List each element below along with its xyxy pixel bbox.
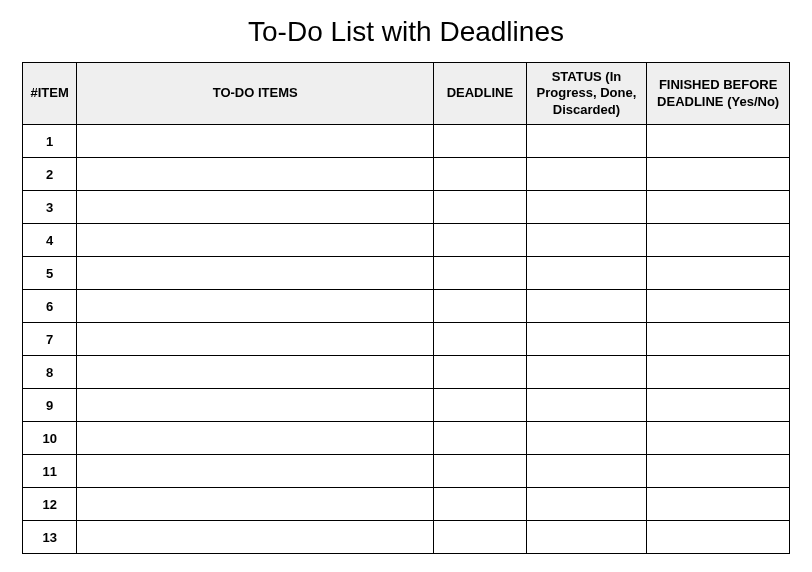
cell-deadline	[434, 521, 526, 554]
table-row: 6	[23, 290, 790, 323]
table-row: 13	[23, 521, 790, 554]
cell-finished	[647, 323, 790, 356]
cell-finished	[647, 290, 790, 323]
cell-status	[526, 422, 647, 455]
table-row: 12	[23, 488, 790, 521]
table-row: 9	[23, 389, 790, 422]
cell-deadline	[434, 290, 526, 323]
table-row: 8	[23, 356, 790, 389]
cell-status	[526, 521, 647, 554]
table-row: 11	[23, 455, 790, 488]
cell-status	[526, 257, 647, 290]
cell-finished	[647, 224, 790, 257]
cell-item-num: 10	[23, 422, 77, 455]
cell-finished	[647, 356, 790, 389]
cell-finished	[647, 125, 790, 158]
cell-status	[526, 158, 647, 191]
cell-todo	[77, 125, 434, 158]
header-deadline: DEADLINE	[434, 63, 526, 125]
table-row: 2	[23, 158, 790, 191]
cell-todo	[77, 224, 434, 257]
cell-status	[526, 224, 647, 257]
cell-item-num: 8	[23, 356, 77, 389]
cell-item-num: 12	[23, 488, 77, 521]
cell-status	[526, 125, 647, 158]
cell-deadline	[434, 455, 526, 488]
table-body: 1 2 3 4	[23, 125, 790, 554]
cell-deadline	[434, 389, 526, 422]
cell-deadline	[434, 191, 526, 224]
cell-deadline	[434, 422, 526, 455]
cell-status	[526, 488, 647, 521]
cell-deadline	[434, 125, 526, 158]
table-header-row: #ITEM TO-DO ITEMS DEADLINE STATUS (In Pr…	[23, 63, 790, 125]
cell-item-num: 5	[23, 257, 77, 290]
cell-todo	[77, 521, 434, 554]
cell-todo	[77, 323, 434, 356]
cell-todo	[77, 422, 434, 455]
cell-finished	[647, 455, 790, 488]
cell-item-num: 11	[23, 455, 77, 488]
cell-finished	[647, 389, 790, 422]
cell-todo	[77, 290, 434, 323]
cell-item-num: 3	[23, 191, 77, 224]
cell-finished	[647, 521, 790, 554]
cell-todo	[77, 257, 434, 290]
header-todo: TO-DO ITEMS	[77, 63, 434, 125]
cell-deadline	[434, 224, 526, 257]
cell-item-num: 7	[23, 323, 77, 356]
cell-finished	[647, 422, 790, 455]
cell-finished	[647, 488, 790, 521]
cell-item-num: 13	[23, 521, 77, 554]
cell-deadline	[434, 356, 526, 389]
cell-finished	[647, 158, 790, 191]
table-row: 7	[23, 323, 790, 356]
cell-status	[526, 191, 647, 224]
table-container: #ITEM TO-DO ITEMS DEADLINE STATUS (In Pr…	[0, 62, 812, 554]
cell-deadline	[434, 257, 526, 290]
cell-deadline	[434, 488, 526, 521]
cell-item-num: 9	[23, 389, 77, 422]
header-item: #ITEM	[23, 63, 77, 125]
cell-todo	[77, 158, 434, 191]
cell-item-num: 1	[23, 125, 77, 158]
cell-todo	[77, 191, 434, 224]
cell-status	[526, 356, 647, 389]
cell-item-num: 4	[23, 224, 77, 257]
cell-deadline	[434, 323, 526, 356]
table-row: 3	[23, 191, 790, 224]
cell-todo	[77, 356, 434, 389]
cell-deadline	[434, 158, 526, 191]
cell-status	[526, 290, 647, 323]
header-finished: FINISHED BEFORE DEADLINE (Yes/No)	[647, 63, 790, 125]
cell-finished	[647, 257, 790, 290]
cell-status	[526, 455, 647, 488]
cell-status	[526, 389, 647, 422]
table-row: 10	[23, 422, 790, 455]
header-status: STATUS (In Progress, Done, Discarded)	[526, 63, 647, 125]
cell-status	[526, 323, 647, 356]
table-row: 1	[23, 125, 790, 158]
table-row: 5	[23, 257, 790, 290]
todo-table: #ITEM TO-DO ITEMS DEADLINE STATUS (In Pr…	[22, 62, 790, 554]
cell-todo	[77, 488, 434, 521]
page-title: To-Do List with Deadlines	[0, 0, 812, 62]
cell-finished	[647, 191, 790, 224]
table-row: 4	[23, 224, 790, 257]
cell-todo	[77, 455, 434, 488]
cell-item-num: 2	[23, 158, 77, 191]
cell-todo	[77, 389, 434, 422]
cell-item-num: 6	[23, 290, 77, 323]
